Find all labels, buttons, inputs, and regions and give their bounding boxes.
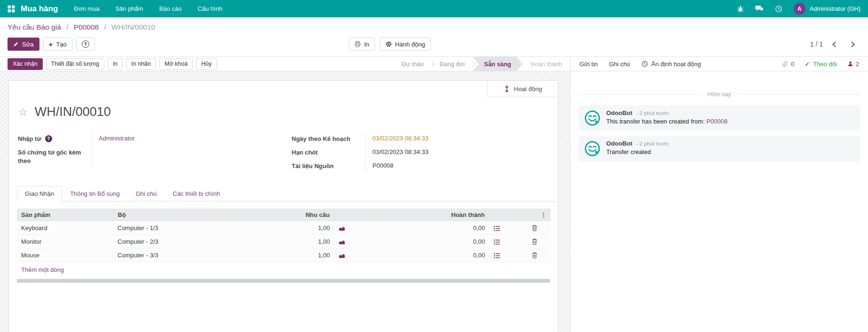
- cell-done[interactable]: 0,00: [377, 221, 489, 235]
- create-button[interactable]: + Tạo: [43, 38, 72, 51]
- receive-from-label: Nhập từ: [18, 135, 41, 143]
- messages-icon[interactable]: [755, 5, 764, 12]
- breadcrumb-rfq[interactable]: Yêu cầu Báo giá: [8, 23, 61, 31]
- message-author[interactable]: OdooBot: [606, 140, 633, 147]
- receive-from-value[interactable]: Administrator: [99, 135, 135, 142]
- pager: 1 / 1: [810, 40, 860, 48]
- horizontal-scrollbar[interactable]: [17, 279, 550, 283]
- action-button[interactable]: Hành động: [380, 38, 431, 51]
- control-panel: Yêu cầu Báo giá / P00008 / WH/IN/00010 S…: [0, 17, 868, 56]
- forecast-chart-icon[interactable]: [338, 252, 345, 259]
- breadcrumb-p00008[interactable]: P00008: [74, 23, 99, 31]
- tab-main-devices[interactable]: Các thiết bị chính: [165, 186, 228, 201]
- tab-operations[interactable]: Giao Nhận: [17, 186, 62, 201]
- tab-additional-info[interactable]: Thông tin Bổ sung: [62, 186, 128, 201]
- app-brand[interactable]: Mua hàng: [21, 4, 58, 14]
- followers-button[interactable]: 2: [847, 61, 859, 68]
- operations-table: Sản phẩm Bộ Nhu cầu Hoàn thành ⋮: [17, 208, 551, 262]
- apps-grid-icon[interactable]: [8, 5, 15, 13]
- menu-purchase-orders[interactable]: Đơn mua: [74, 5, 99, 12]
- button-box: Hoạt động: [9, 81, 558, 97]
- pager-previous-icon[interactable]: [832, 41, 838, 47]
- breadcrumb-separator: /: [66, 23, 68, 31]
- set-quantities-button[interactable]: Thiết đặt số lượng: [46, 58, 104, 70]
- table-row[interactable]: Monitor Computer - 2/3 1,00 0,00: [17, 235, 551, 248]
- record-title: WH/IN/00010: [35, 105, 111, 119]
- help-button[interactable]: ?: [76, 38, 95, 51]
- forecast-chart-icon[interactable]: [338, 239, 345, 245]
- step-waiting[interactable]: Đang đợi: [432, 57, 473, 71]
- title-row: ☆ WH/IN/00010: [18, 105, 558, 119]
- field-deadline: Hạn chót 03/02/2023 08:34:33: [292, 146, 549, 160]
- print-action-buttons: In Hành động: [349, 38, 430, 51]
- moves-stat-button[interactable]: Hoạt động: [487, 81, 558, 97]
- tab-note[interactable]: Ghi chú: [128, 186, 165, 201]
- forecast-chart-icon[interactable]: [338, 225, 345, 232]
- table-row[interactable]: Keyboard Computer - 1/3 1,00 0,00: [17, 221, 551, 235]
- cell-done[interactable]: 0,00: [377, 235, 489, 248]
- col-bo[interactable]: Bộ: [113, 208, 231, 221]
- table-row[interactable]: Mouse Computer - 3/3 1,00 0,00: [17, 248, 551, 262]
- cell-demand[interactable]: 1,00: [231, 235, 334, 248]
- cell-demand[interactable]: 1,00: [231, 248, 334, 262]
- print-picking-button[interactable]: In: [108, 58, 123, 70]
- activities-clock-icon[interactable]: [775, 5, 782, 13]
- print-button[interactable]: In: [349, 38, 375, 51]
- add-line-link[interactable]: Thêm một dòng: [21, 266, 64, 273]
- message[interactable]: OdooBot - 2 phút trước Transfer created: [579, 136, 860, 162]
- breadcrumb-current: WH/IN/00010: [111, 23, 155, 31]
- col-done[interactable]: Hoàn thành: [377, 208, 489, 221]
- deadline-label: Hạn chót: [292, 148, 318, 157]
- log-note-button[interactable]: Ghi chú: [609, 61, 630, 68]
- user-menu[interactable]: A Administrator (GH): [794, 3, 860, 15]
- follow-button[interactable]: ✓ Theo dõi: [805, 61, 837, 68]
- detailed-operations-list-icon[interactable]: [493, 239, 500, 245]
- deadline-value: 03/02/2023 08:34:33: [366, 146, 429, 158]
- cell-product[interactable]: Mouse: [17, 248, 113, 262]
- question-circle-icon[interactable]: ?: [45, 135, 52, 142]
- cell-demand[interactable]: 1,00: [231, 221, 334, 235]
- pager-next-icon[interactable]: [849, 41, 855, 47]
- attachments-button[interactable]: 0: [782, 61, 794, 68]
- cell-done[interactable]: 0,00: [377, 248, 489, 262]
- col-demand[interactable]: Nhu cầu: [231, 208, 334, 221]
- edit-button[interactable]: Sửa: [8, 38, 39, 51]
- detailed-operations-list-icon[interactable]: [493, 225, 500, 232]
- optional-columns-icon[interactable]: ⋮: [523, 211, 547, 218]
- step-ready[interactable]: Sẵn sàng: [473, 57, 523, 71]
- cell-bo[interactable]: Computer - 3/3: [113, 248, 231, 262]
- user-avatar: A: [794, 3, 805, 15]
- person-icon: [847, 61, 853, 67]
- cell-product[interactable]: Monitor: [17, 235, 113, 248]
- delete-trash-icon[interactable]: [532, 238, 538, 245]
- cell-product[interactable]: Keyboard: [17, 221, 113, 235]
- print-labels-button[interactable]: In nhãn: [126, 58, 156, 70]
- cell-bo[interactable]: Computer - 1/3: [113, 221, 231, 235]
- source-document-label: Số chứng từ gốc kèm theo: [18, 148, 87, 165]
- top-navbar: Mua hàng Đơn mua Sản phẩm Báo cáo Cấu hì…: [0, 0, 868, 17]
- delete-trash-icon[interactable]: [532, 224, 538, 232]
- step-done[interactable]: Hoàn thành: [523, 57, 570, 71]
- message[interactable]: OdooBot - 2 phút trước This transfer has…: [579, 105, 860, 131]
- detailed-operations-list-icon[interactable]: [493, 253, 500, 259]
- debug-bug-icon[interactable]: [737, 5, 744, 13]
- send-message-button[interactable]: Gửi tin: [579, 61, 598, 68]
- delete-trash-icon[interactable]: [532, 252, 538, 259]
- message-author[interactable]: OdooBot: [606, 109, 633, 116]
- favorite-star-icon[interactable]: ☆: [18, 107, 28, 117]
- col-product[interactable]: Sản phẩm: [17, 208, 113, 221]
- menu-reporting[interactable]: Báo cáo: [159, 5, 182, 12]
- step-draft[interactable]: Dự thảo: [394, 57, 432, 71]
- left-field-group: Nhập từ ? Administrator Số chứng từ gốc …: [18, 132, 275, 173]
- cancel-button[interactable]: Hủy: [196, 58, 217, 70]
- main-area: Xác nhận Thiết đặt số lượng In In nhãn M…: [0, 56, 868, 332]
- cell-bo[interactable]: Computer - 2/3: [113, 235, 231, 248]
- message-record-link[interactable]: P00008: [706, 118, 727, 125]
- validate-button[interactable]: Xác nhận: [8, 58, 43, 70]
- chatter-toolbar: Gửi tin Ghi chú Ấn định hoạt động 0: [571, 56, 868, 71]
- menu-configuration[interactable]: Cấu hình: [197, 5, 222, 12]
- unlock-button[interactable]: Mở khoá: [159, 58, 193, 70]
- schedule-activity-button[interactable]: Ấn định hoạt động: [641, 61, 701, 68]
- date-divider: Hôm nay: [579, 91, 860, 98]
- menu-products[interactable]: Sản phẩm: [115, 5, 143, 12]
